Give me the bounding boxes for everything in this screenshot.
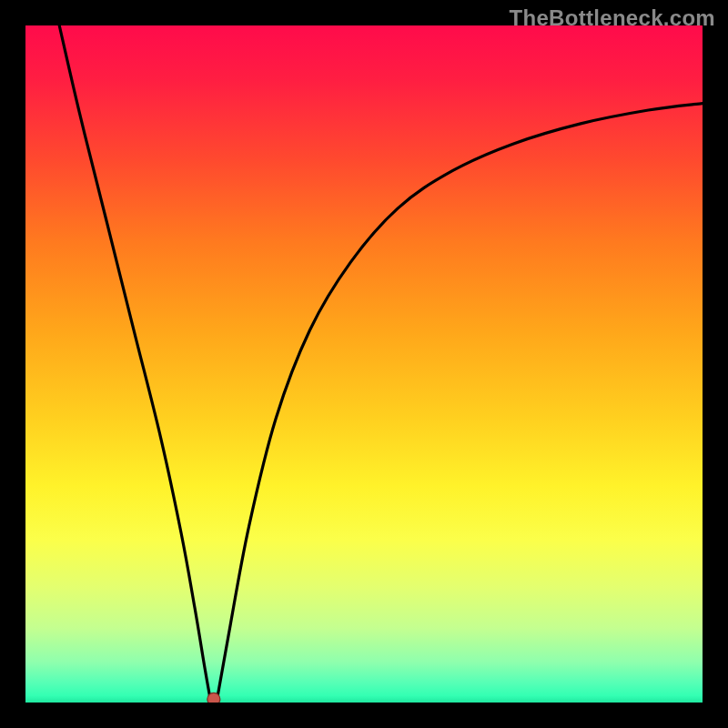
bottleneck-curve-left: [59, 25, 210, 699]
chart-frame: TheBottleneck.com: [0, 0, 728, 728]
bottleneck-curve-right: [217, 104, 703, 700]
marker-dot: [207, 693, 220, 703]
plot-area: [25, 25, 703, 703]
curve-layer: [25, 25, 703, 703]
